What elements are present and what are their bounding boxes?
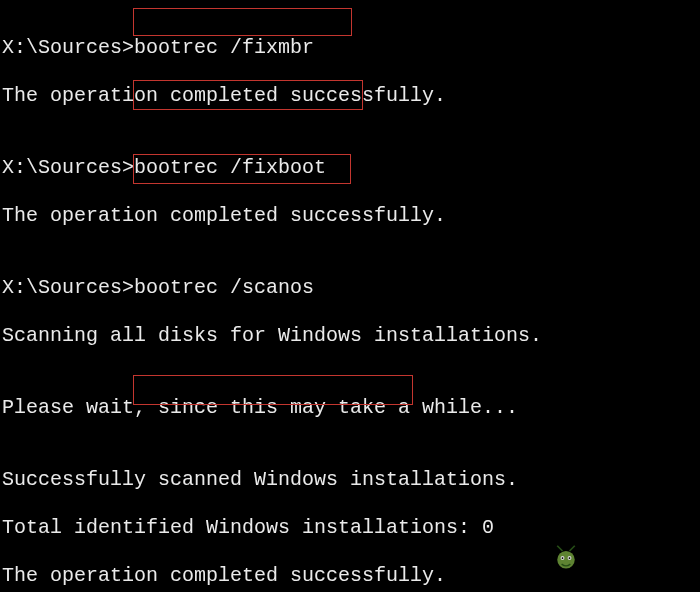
prompt-line[interactable]: X:\Sources>bootrec /scanos — [2, 276, 698, 300]
output-line: The operation completed successfully. — [2, 204, 698, 228]
output-line: Total identified Windows installations: … — [2, 516, 698, 540]
prompt: X:\Sources> — [2, 36, 134, 59]
output-line: The operation completed successfully. — [2, 84, 698, 108]
output-line: The operation completed successfully. — [2, 564, 698, 588]
output-line: Scanning all disks for Windows installat… — [2, 324, 698, 348]
output-line: Successfully scanned Windows installatio… — [2, 468, 698, 492]
terminal[interactable]: X:\Sources>bootrec /fixmbr The operation… — [2, 12, 698, 592]
command-scanos: bootrec /scanos — [134, 276, 314, 299]
command-fixboot: bootrec /fixboot — [134, 156, 326, 179]
prompt: X:\Sources> — [2, 156, 134, 179]
command-fixmbr: bootrec /fixmbr — [134, 36, 314, 59]
prompt-line[interactable]: X:\Sources>bootrec /fixmbr — [2, 36, 698, 60]
prompt-line[interactable]: X:\Sources>bootrec /fixboot — [2, 156, 698, 180]
output-line: Please wait, since this may take a while… — [2, 396, 698, 420]
prompt: X:\Sources> — [2, 276, 134, 299]
